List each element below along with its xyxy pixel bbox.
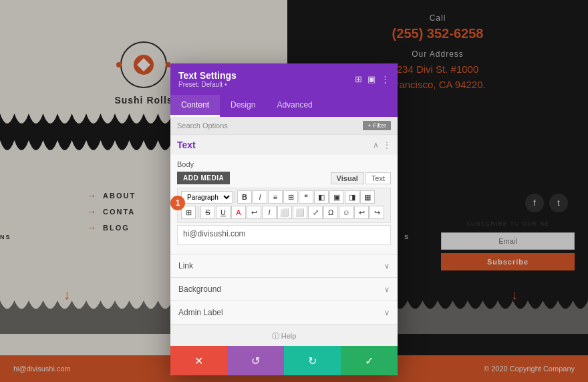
tab-design[interactable]: Design: [220, 95, 266, 117]
section-header-icons: ∧ ⋮: [373, 140, 391, 150]
color-button[interactable]: A: [231, 206, 246, 219]
text-settings-modal: Text Settings Preset: Default • ⊞ ▣ ⋮ Co…: [170, 63, 398, 375]
paragraph-select[interactable]: Paragraph: [181, 191, 233, 204]
undo-button[interactable]: ↩: [354, 206, 369, 219]
background-label: Background: [178, 284, 221, 294]
text-section-title: Text: [177, 140, 196, 150]
section-body: Body ADD MEDIA Visual Text Paragraph B I: [170, 155, 398, 254]
format-row-2: ⊞ S U A ↩ I ⬜ ⬜ ⤢ Ω ☺ ↩ ↪: [181, 206, 387, 219]
more-icon[interactable]: ⋮: [381, 74, 390, 84]
modal-tabs: Content Design Advanced: [170, 95, 398, 117]
modal-preset: Preset: Default •: [178, 81, 237, 88]
omega-button[interactable]: Ω: [323, 206, 338, 219]
indent-button[interactable]: ⬜: [277, 206, 292, 219]
tab-advanced[interactable]: Advanced: [266, 95, 323, 117]
modal-footer: ✕ ↺ ↻ ✓: [170, 346, 398, 375]
fmt-sep-2: [198, 206, 198, 218]
window-icon[interactable]: ▣: [368, 74, 376, 84]
admin-chevron-icon: ∨: [384, 309, 390, 317]
admin-label: Admin Label: [178, 308, 223, 317]
modal-title: Text Settings: [178, 70, 237, 81]
admin-label-section[interactable]: Admin Label ∨: [170, 301, 398, 324]
tab-content[interactable]: Content: [170, 95, 220, 117]
step-badge: 1: [170, 196, 185, 210]
filter-button[interactable]: + Filter: [363, 121, 391, 130]
italic2-button[interactable]: I: [262, 206, 277, 219]
section-more-icon[interactable]: ⋮: [383, 140, 391, 150]
unordered-list-button[interactable]: ≡: [268, 190, 283, 204]
reset-button[interactable]: ↺: [227, 346, 284, 375]
bold-button[interactable]: B: [237, 190, 252, 204]
text-editor-content[interactable]: hi@divisushi.com: [177, 225, 391, 245]
align-left-button[interactable]: ◧: [314, 190, 329, 204]
emoji-button[interactable]: ☺: [339, 206, 353, 219]
tab-text[interactable]: Text: [365, 172, 391, 184]
fullscreen-icon[interactable]: ⊞: [355, 74, 362, 84]
modal-header: Text Settings Preset: Default • ⊞ ▣ ⋮: [170, 63, 398, 95]
help-text[interactable]: ⓘ Help: [272, 332, 297, 340]
format-toolbar: Paragraph B I ≡ ⊞ ❝ ◧ ▣ ◨ ▦ ⊞ S: [177, 188, 391, 223]
save-button[interactable]: ✓: [341, 346, 398, 375]
align-right-button[interactable]: ◨: [345, 190, 359, 204]
redo-button[interactable]: ↻: [284, 346, 341, 375]
underline-button[interactable]: U: [216, 206, 231, 219]
modal-header-left: Text Settings Preset: Default •: [178, 70, 237, 88]
link-label: Link: [178, 261, 193, 270]
justify-button[interactable]: ▦: [360, 190, 375, 204]
body-label: Body: [177, 160, 391, 168]
help-bar: ⓘ Help: [170, 324, 398, 346]
modal-header-icons: ⊞ ▣ ⋮: [355, 74, 390, 84]
align-center-button[interactable]: ▣: [329, 190, 344, 204]
fmt-sep-1: [235, 191, 235, 203]
strikethrough-button[interactable]: S: [200, 206, 215, 219]
collapse-icon[interactable]: ∧: [373, 140, 379, 150]
outdent-button[interactable]: ⬜: [293, 206, 307, 219]
media-row: ADD MEDIA Visual Text: [177, 172, 391, 184]
link-section[interactable]: Link ∨: [170, 254, 398, 277]
format-row-1: Paragraph B I ≡ ⊞ ❝ ◧ ▣ ◨ ▦: [181, 190, 387, 204]
modal-body: Search Options + Filter Text ∧ ⋮ Body AD…: [170, 117, 398, 346]
search-bar: Search Options + Filter: [170, 117, 398, 134]
redo-button[interactable]: ↪: [370, 206, 384, 219]
italic-button[interactable]: I: [253, 190, 267, 204]
tab-visual[interactable]: Visual: [331, 172, 364, 184]
add-media-button[interactable]: ADD MEDIA: [177, 172, 230, 184]
visual-text-tabs: Visual Text: [331, 172, 391, 184]
background-section[interactable]: Background ∨: [170, 277, 398, 301]
fullscreen2-button[interactable]: ⤢: [308, 206, 323, 219]
background-chevron-icon: ∨: [384, 285, 390, 294]
text-section-header: Text ∧ ⋮: [170, 134, 398, 155]
undo-format-button[interactable]: ↩: [247, 206, 261, 219]
blockquote-button[interactable]: ❝: [299, 190, 313, 204]
link-chevron-icon: ∨: [384, 262, 390, 270]
cancel-button[interactable]: ✕: [170, 346, 227, 375]
ordered-list-button[interactable]: ⊞: [283, 190, 298, 204]
search-placeholder: Search Options: [177, 122, 228, 130]
